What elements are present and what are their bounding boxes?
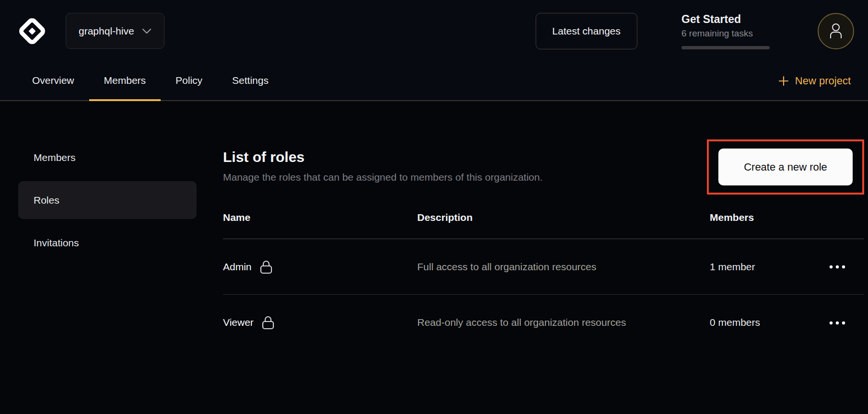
role-members-count: 0 members (710, 317, 810, 328)
plus-icon (778, 76, 789, 86)
get-started-widget[interactable]: Get Started 6 remaining tasks (681, 13, 771, 49)
user-icon (829, 23, 843, 39)
get-started-subtitle: 6 remaining tasks (681, 28, 771, 39)
row-menu-button[interactable] (824, 258, 850, 275)
role-name: Admin (223, 261, 252, 273)
members-sidebar: Members Roles Invitations (0, 101, 198, 414)
user-avatar[interactable] (818, 13, 854, 49)
roles-table-header: Name Description Members (223, 196, 864, 239)
table-row-admin: Admin Full access to all organization re… (223, 239, 864, 295)
chevron-down-icon (142, 28, 152, 34)
tab-policy-label: Policy (176, 75, 202, 86)
role-name-cell: Admin (223, 260, 417, 274)
role-name: Viewer (223, 317, 254, 328)
org-selector[interactable]: graphql-hive (66, 13, 164, 49)
role-description: Full access to all organization resource… (417, 257, 643, 276)
role-actions-cell (810, 314, 864, 331)
row-menu-button[interactable] (824, 314, 850, 331)
org-tabs: Overview Members Policy Settings New pro… (0, 62, 868, 101)
roles-panel: List of roles Manage the roles that can … (198, 101, 868, 414)
role-description: Read-only access to all organization res… (417, 313, 643, 332)
org-selector-label: graphql-hive (79, 25, 134, 37)
tab-settings[interactable]: Settings (217, 62, 283, 101)
annotation-highlight: Create a new role (707, 139, 864, 195)
role-members-count: 1 member (710, 261, 810, 273)
latest-changes-button[interactable]: Latest changes (536, 13, 637, 49)
column-header-description: Description (417, 212, 710, 223)
roles-titles: List of roles Manage the roles that can … (223, 139, 543, 183)
sidebar-item-members-label: Members (34, 152, 76, 163)
role-name-cell: Viewer (223, 315, 417, 330)
column-header-members: Members (710, 212, 810, 223)
sidebar-item-invitations-label: Invitations (34, 237, 79, 249)
sidebar-item-roles-label: Roles (34, 195, 59, 206)
page-title: List of roles (223, 149, 543, 165)
get-started-title: Get Started (681, 13, 771, 26)
create-role-button[interactable]: Create a new role (718, 149, 853, 185)
get-started-progress-bar (681, 46, 770, 49)
new-project-button[interactable]: New project (778, 62, 851, 100)
tab-overview[interactable]: Overview (17, 62, 89, 101)
lock-icon (262, 315, 274, 330)
tab-members[interactable]: Members (89, 62, 161, 101)
new-project-label: New project (795, 75, 851, 87)
hive-logo-icon[interactable] (17, 16, 47, 46)
page-body: Members Roles Invitations List of roles … (0, 101, 868, 414)
tab-members-label: Members (104, 75, 146, 86)
lock-icon (260, 260, 272, 274)
tab-policy[interactable]: Policy (161, 62, 217, 101)
latest-changes-label: Latest changes (552, 25, 621, 37)
page-subtitle: Manage the roles that can be assigned to… (223, 172, 543, 183)
sidebar-item-members[interactable]: Members (18, 138, 197, 176)
tab-overview-label: Overview (32, 75, 74, 86)
sidebar-item-invitations[interactable]: Invitations (18, 224, 197, 262)
sidebar-item-roles[interactable]: Roles (18, 181, 197, 219)
roles-header: List of roles Manage the roles that can … (223, 139, 864, 196)
ellipsis-icon (829, 265, 845, 269)
top-header: graphql-hive Latest changes Get Started … (0, 0, 868, 62)
role-actions-cell (810, 258, 864, 275)
table-row-viewer: Viewer Read-only access to all organizat… (223, 295, 864, 350)
roles-table: Name Description Members Admin Full acce… (223, 196, 864, 350)
tab-settings-label: Settings (232, 75, 269, 86)
column-header-name: Name (223, 212, 417, 223)
ellipsis-icon (829, 321, 845, 325)
